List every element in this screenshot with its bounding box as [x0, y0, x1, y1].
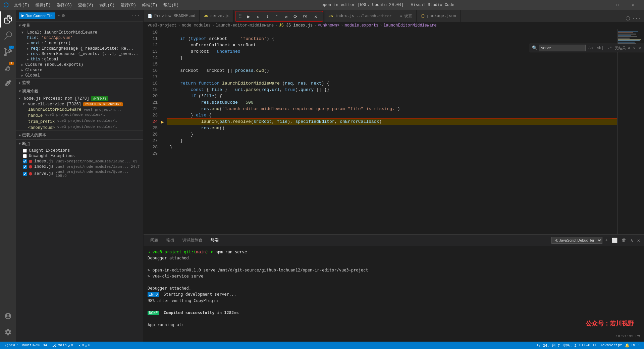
debug-continue-button[interactable]: ▶ — [244, 12, 253, 21]
search-prev-icon[interactable]: ∧ — [627, 45, 631, 51]
panel-up-button[interactable]: ∧ — [629, 237, 634, 244]
toolbar-handle-icon[interactable]: ⠿ — [238, 13, 242, 20]
tab-package-json[interactable]: {} package.json — [417, 10, 461, 22]
panel-tab-terminal[interactable]: 终端 — [207, 235, 223, 245]
menu-help[interactable]: 帮助(H) — [161, 2, 181, 9]
search-close-icon[interactable]: ✕ — [638, 45, 642, 51]
debug-step-over-button[interactable]: ↓ — [263, 12, 272, 21]
var-req[interactable]: ▶ req: IncomingMessage {_readableState: … — [16, 46, 143, 51]
search-next-icon[interactable]: ∨ — [632, 45, 636, 51]
status-git[interactable]: ⎇ main ↺ 0 — [51, 342, 74, 349]
debug-step-into-button[interactable]: ↑ — [272, 12, 281, 21]
tab-preview-readme[interactable]: 📄 Preview README.md — [144, 10, 200, 22]
watch-header[interactable]: ▶ 监视 — [16, 79, 143, 87]
local-scope-item[interactable]: ▼ Local: launchEditorMiddleware — [16, 30, 143, 35]
debug-restart-button[interactable]: ↻ — [254, 12, 262, 21]
breadcrumb-indexjs[interactable]: JS JS index.js — [279, 23, 313, 28]
global-scope-item[interactable]: ▶ Global — [16, 73, 143, 78]
activity-settings[interactable] — [0, 324, 16, 340]
caught-exceptions-checkbox[interactable] — [23, 149, 27, 153]
search-input[interactable] — [539, 45, 586, 51]
closure2-scope-item[interactable]: ▶ Closure — [16, 67, 143, 73]
debug-step-out-button[interactable]: ↺ — [282, 12, 290, 21]
menu-run[interactable]: 运行(R) — [118, 2, 139, 9]
minimize-button[interactable]: ─ — [594, 0, 610, 10]
split-terminal-button[interactable]: ⬜ — [610, 237, 619, 244]
activity-accounts[interactable] — [0, 308, 16, 324]
tab-index-js-launch[interactable]: JS index.js ../launch-editor — [324, 10, 396, 22]
breadcrumb-unknown[interactable]: <unknown> — [318, 23, 339, 28]
status-eol[interactable]: LF — [592, 342, 599, 349]
menu-select[interactable]: 选择(S) — [54, 2, 75, 9]
split-editor-icon[interactable]: ⬡ — [626, 15, 630, 22]
menu-goto[interactable]: 转到(G) — [97, 2, 117, 9]
frame-2[interactable]: trim_prefix vue3-project/node_modules/..… — [16, 118, 143, 124]
frame-3[interactable]: <anonymous> vue3-project/node_modules/..… — [16, 124, 143, 131]
panel-tab-problems[interactable]: 问题 — [146, 235, 162, 245]
close-button[interactable]: ✕ — [625, 0, 641, 10]
process-item[interactable]: ▼ Node.js Process: npm [7278] 正在运行 — [16, 96, 143, 102]
activity-extensions[interactable] — [0, 76, 16, 92]
delete-terminal-button[interactable]: 🗑 — [620, 237, 628, 244]
breadcrumb-project[interactable]: vue3-project — [148, 23, 176, 28]
variables-header[interactable]: ▼ 变量 — [16, 21, 143, 30]
status-feedback[interactable]: 🔔 EN — [624, 342, 636, 349]
debug-more-icon[interactable]: ··· — [131, 12, 141, 19]
whole-word-icon[interactable]: Ab| — [596, 46, 605, 50]
breadcrumb-node-modules[interactable]: node_modules — [182, 23, 211, 28]
var-file[interactable]: file: 'src/App.vue' — [16, 35, 143, 41]
status-errors[interactable]: ✕ 0 ⚠ 0 — [77, 342, 92, 349]
case-sensitive-icon[interactable]: Aa — [587, 46, 594, 50]
status-line-col[interactable]: 行 24, 列 7 — [536, 342, 561, 349]
bp-serve[interactable]: serve.js vue3-project/node_modules/@vue.… — [16, 169, 143, 178]
menu-edit[interactable]: 编辑(E) — [33, 2, 54, 9]
panel-close-button[interactable]: ✕ — [636, 237, 641, 244]
activity-debug[interactable]: 1 — [0, 60, 16, 76]
dropdown-arrow-icon[interactable]: ▾ — [58, 14, 60, 18]
menu-file[interactable]: 文件(F) — [11, 2, 32, 9]
status-bell[interactable]: : — [636, 342, 641, 349]
activity-source-control[interactable]: 3 — [0, 44, 16, 60]
uncaught-exceptions-checkbox[interactable] — [23, 154, 27, 158]
bp-index-1-checkbox[interactable] — [23, 159, 27, 163]
add-terminal-button[interactable]: + — [604, 237, 609, 244]
frame-1[interactable]: handle vue3-project/node_modules/expres.… — [16, 112, 143, 118]
more-tabs-icon[interactable]: ··· — [632, 15, 641, 21]
breakpoints-header[interactable]: ▼ 断点 — [16, 140, 143, 148]
debug-toolbar-close-button[interactable]: ✕ — [311, 12, 320, 21]
debug-config-icon[interactable]: ⚙ — [61, 12, 65, 19]
breadcrumb-module-exports[interactable]: module.exports — [344, 23, 378, 28]
caught-exceptions-item[interactable]: Caught Exceptions — [16, 148, 143, 153]
breadcrumb-launch-editor[interactable]: launchEditorMiddleware — [383, 23, 436, 28]
closure-scope-item[interactable]: ▶ Closure (module.exports) — [16, 62, 143, 67]
uncaught-exceptions-item[interactable]: Uncaught Exceptions — [16, 153, 143, 159]
status-spaces[interactable]: 空格: 2 — [561, 342, 578, 349]
bp-index-2[interactable]: index.js vue3-project/node_modules/laun.… — [16, 164, 143, 169]
status-encoding[interactable]: UTF-8 — [578, 342, 592, 349]
activity-search[interactable] — [0, 28, 16, 44]
panel-tab-output[interactable]: 输出 — [162, 235, 178, 245]
tab-serve-js[interactable]: JS serve.js — [200, 10, 234, 22]
callstack-header[interactable]: ▼ 调用堆栈 — [16, 87, 143, 96]
service-item[interactable]: ▼ vue-cli-service [7326] PAUSED ON BREAK… — [16, 102, 143, 107]
panel-tab-debug-console[interactable]: 调试控制台 — [178, 235, 207, 245]
activity-explorer[interactable] — [0, 11, 16, 28]
run-debug-button[interactable]: ▶ Run Current File — [19, 12, 55, 19]
menu-view[interactable]: 查看(V) — [75, 2, 96, 9]
var-res[interactable]: ▶ res: ServerResponse {_events: {...}, _… — [16, 51, 143, 57]
bp-serve-checkbox[interactable] — [23, 172, 27, 176]
bp-index-2-checkbox[interactable] — [23, 165, 27, 169]
debug-step-back-button[interactable]: ⟳ — [291, 12, 300, 21]
status-language[interactable]: JavaScript — [599, 342, 624, 349]
tab-settings[interactable]: ≡ 设置 — [396, 10, 417, 22]
status-wsl[interactable]: ⟩⟨ WSL: Ubuntu-20.04 — [3, 342, 48, 349]
loaded-scripts-header[interactable]: ▶ 已载入的脚本 — [16, 131, 143, 139]
code-content[interactable]: if (typeof srcRoot === 'function') { onE… — [167, 29, 617, 234]
menu-terminal[interactable]: 终端(T) — [140, 2, 160, 9]
var-next[interactable]: ▶ next: f next(err) — [16, 41, 143, 46]
regex-icon[interactable]: .* — [606, 46, 613, 50]
bp-index-1[interactable]: index.js vue3-project/node_modules/launc… — [16, 159, 143, 164]
breadcrumb-middleware[interactable]: launch-editor-middleware — [216, 23, 274, 28]
terminal-selector[interactable]: 4: JavaScript Debug Ter — [551, 237, 602, 244]
debug-re-icon[interactable]: re — [301, 12, 309, 21]
